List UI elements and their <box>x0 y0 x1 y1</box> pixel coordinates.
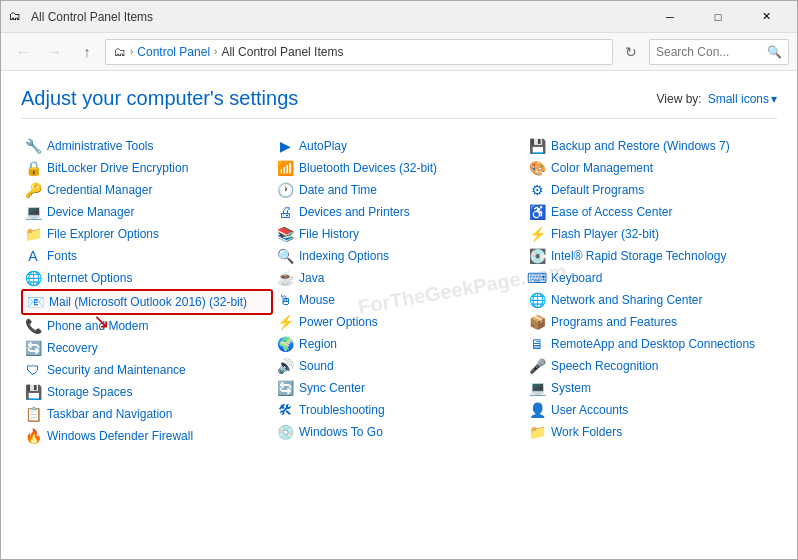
item-icon: 👤 <box>529 402 545 418</box>
list-item[interactable]: 🌐Internet Options <box>21 267 273 289</box>
list-item[interactable]: 📶Bluetooth Devices (32-bit) <box>273 157 525 179</box>
column-1: 🔧Administrative Tools🔒BitLocker Drive En… <box>21 135 273 447</box>
item-label: Device Manager <box>47 205 134 219</box>
list-item[interactable]: 💻System <box>525 377 777 399</box>
search-input[interactable] <box>656 45 767 59</box>
minimize-button[interactable]: ─ <box>647 1 693 33</box>
list-item[interactable]: 💽Intel® Rapid Storage Technology <box>525 245 777 267</box>
list-item[interactable]: 🖥RemoteApp and Desktop Connections <box>525 333 777 355</box>
item-label: System <box>551 381 591 395</box>
item-icon: ⚡ <box>529 226 545 242</box>
view-by-control: View by: Small icons ▾ <box>657 92 778 106</box>
item-label: User Accounts <box>551 403 628 417</box>
item-icon: 🖱 <box>277 292 293 308</box>
item-icon: ⚡ <box>277 314 293 330</box>
item-icon: 📞 <box>25 318 41 334</box>
list-item[interactable]: 🔄Recovery <box>21 337 273 359</box>
list-item[interactable]: 🔍Indexing Options <box>273 245 525 267</box>
item-label: Backup and Restore (Windows 7) <box>551 139 730 153</box>
list-item[interactable]: 📋Taskbar and Navigation <box>21 403 273 425</box>
item-icon: 🔥 <box>25 428 41 444</box>
list-item[interactable]: ♿Ease of Access Center <box>525 201 777 223</box>
list-item[interactable]: 📦Programs and Features <box>525 311 777 333</box>
list-item[interactable]: 💻Device Manager <box>21 201 273 223</box>
back-button[interactable]: ← <box>9 38 37 66</box>
list-item[interactable]: 🎤Speech Recognition <box>525 355 777 377</box>
item-icon: 🎨 <box>529 160 545 176</box>
item-label: Ease of Access Center <box>551 205 672 219</box>
list-item[interactable]: 📁Work Folders <box>525 421 777 443</box>
item-label: Keyboard <box>551 271 602 285</box>
item-icon: A <box>25 248 41 264</box>
item-label: Troubleshooting <box>299 403 385 417</box>
list-item[interactable]: 🔧Administrative Tools <box>21 135 273 157</box>
list-item[interactable]: 🔄Sync Center <box>273 377 525 399</box>
item-icon: 🌍 <box>277 336 293 352</box>
view-by-dropdown[interactable]: Small icons ▾ <box>708 92 777 106</box>
item-icon: 📁 <box>25 226 41 242</box>
item-icon: 💻 <box>529 380 545 396</box>
list-item[interactable]: 🌐Network and Sharing Center <box>525 289 777 311</box>
list-item[interactable]: 🖱Mouse <box>273 289 525 311</box>
list-item[interactable]: 📧Mail (Microsoft Outlook 2016) (32-bit)↘ <box>21 289 273 315</box>
item-icon: 🔄 <box>277 380 293 396</box>
item-label: Bluetooth Devices (32-bit) <box>299 161 437 175</box>
list-item[interactable]: 🛠Troubleshooting <box>273 399 525 421</box>
list-item[interactable]: 📚File History <box>273 223 525 245</box>
maximize-button[interactable]: □ <box>695 1 741 33</box>
breadcrumb-control-panel[interactable]: Control Panel <box>137 45 210 59</box>
item-icon: ▶ <box>277 138 293 154</box>
item-label: Programs and Features <box>551 315 677 329</box>
item-label: Network and Sharing Center <box>551 293 702 307</box>
title-bar-text: All Control Panel Items <box>31 10 647 24</box>
page-title: Adjust your computer's settings <box>21 87 298 110</box>
list-item[interactable]: 🔥Windows Defender Firewall <box>21 425 273 447</box>
list-item[interactable]: 🔊Sound <box>273 355 525 377</box>
item-icon: 🔄 <box>25 340 41 356</box>
item-label: AutoPlay <box>299 139 347 153</box>
item-icon: ⌨ <box>529 270 545 286</box>
item-label: Sync Center <box>299 381 365 395</box>
list-item[interactable]: 💾Storage Spaces <box>21 381 273 403</box>
list-item[interactable]: 💾Backup and Restore (Windows 7) <box>525 135 777 157</box>
list-item[interactable]: ⌨Keyboard <box>525 267 777 289</box>
item-label: Credential Manager <box>47 183 152 197</box>
item-icon: 📶 <box>277 160 293 176</box>
list-item[interactable]: ▶AutoPlay <box>273 135 525 157</box>
list-item[interactable]: 💿Windows To Go <box>273 421 525 443</box>
item-icon: ☕ <box>277 270 293 286</box>
list-item[interactable]: ⚡Flash Player (32-bit) <box>525 223 777 245</box>
list-item[interactable]: 🕐Date and Time <box>273 179 525 201</box>
list-item[interactable]: ⚡Power Options <box>273 311 525 333</box>
item-label: Windows To Go <box>299 425 383 439</box>
item-label: Storage Spaces <box>47 385 132 399</box>
list-item[interactable]: AFonts <box>21 245 273 267</box>
item-icon: ♿ <box>529 204 545 220</box>
list-item[interactable]: ☕Java <box>273 267 525 289</box>
breadcrumb-current: All Control Panel Items <box>221 45 343 59</box>
item-label: Work Folders <box>551 425 622 439</box>
item-label: Windows Defender Firewall <box>47 429 193 443</box>
item-icon: 💾 <box>529 138 545 154</box>
items-grid: 🔧Administrative Tools🔒BitLocker Drive En… <box>21 135 777 447</box>
refresh-button[interactable]: ↻ <box>617 38 645 66</box>
item-label: RemoteApp and Desktop Connections <box>551 337 755 351</box>
item-label: Fonts <box>47 249 77 263</box>
item-label: BitLocker Drive Encryption <box>47 161 188 175</box>
close-button[interactable]: ✕ <box>743 1 789 33</box>
item-icon: ⚙ <box>529 182 545 198</box>
list-item[interactable]: 🔑Credential Manager <box>21 179 273 201</box>
forward-button[interactable]: → <box>41 38 69 66</box>
list-item[interactable]: 📁File Explorer Options <box>21 223 273 245</box>
list-item[interactable]: 🖨Devices and Printers <box>273 201 525 223</box>
main-content: Adjust your computer's settings View by:… <box>1 71 797 463</box>
up-button[interactable]: ↑ <box>73 38 101 66</box>
list-item[interactable]: 🔒BitLocker Drive Encryption <box>21 157 273 179</box>
list-item[interactable]: 🌍Region <box>273 333 525 355</box>
list-item[interactable]: 📞Phone and Modem <box>21 315 273 337</box>
list-item[interactable]: 🛡Security and Maintenance <box>21 359 273 381</box>
list-item[interactable]: 👤User Accounts <box>525 399 777 421</box>
item-label: File History <box>299 227 359 241</box>
list-item[interactable]: ⚙Default Programs <box>525 179 777 201</box>
list-item[interactable]: 🎨Color Management <box>525 157 777 179</box>
